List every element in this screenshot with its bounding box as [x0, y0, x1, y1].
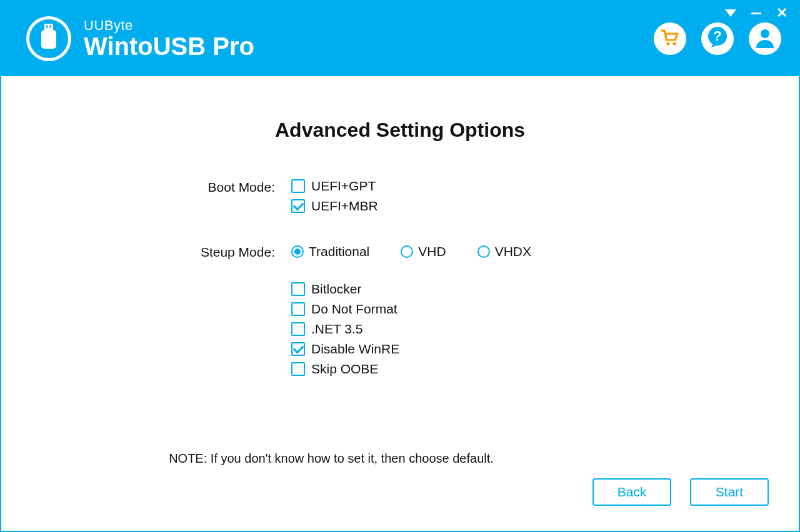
radio-setup-vhdx[interactable]: VHDX [478, 244, 531, 259]
checkbox-extra-label: Disable WinRE [311, 342, 399, 356]
checkbox-extra-disable_winre[interactable]: Disable WinRE [291, 342, 638, 356]
checkbox-icon [291, 302, 305, 316]
checkbox-extra-label: Do Not Format [311, 302, 398, 316]
radio-icon [478, 245, 490, 258]
cart-icon [661, 29, 679, 49]
field-extra-options: BitlockerDo Not Format.NET 3.5Disable Wi… [291, 282, 638, 376]
checkbox-extra-label: Skip OOBE [311, 362, 378, 376]
svg-point-4 [666, 42, 669, 45]
radio-setup-traditional[interactable]: Traditional [291, 244, 369, 259]
checkbox-icon [291, 179, 305, 193]
row-boot-mode: Boot Mode: UEFI+GPTUEFI+MBR [162, 179, 638, 213]
radio-setup-label: Traditional [309, 244, 369, 259]
account-button[interactable] [749, 22, 781, 55]
radio-setup-vhd[interactable]: VHD [401, 244, 446, 259]
note-text: NOTE: If you don't know how to set it, t… [2, 451, 798, 466]
checkbox-extra-label: .NET 3.5 [311, 322, 362, 336]
usb-icon [38, 24, 59, 54]
checkbox-icon [291, 322, 305, 336]
checkbox-extra-bitlocker[interactable]: Bitlocker [291, 282, 638, 296]
checkbox-extra-label: Bitlocker [311, 282, 362, 296]
content: Advanced Setting Options Boot Mode: UEFI… [2, 76, 798, 530]
user-icon [754, 27, 776, 51]
svg-point-8 [761, 29, 769, 38]
checkbox-boot-uefi_gpt[interactable]: UEFI+GPT [291, 179, 638, 193]
window-controls: ✕ [725, 6, 788, 20]
help-icon: ? [705, 25, 730, 52]
checkbox-icon [291, 342, 305, 356]
brand-product: WintoUSB Pro [84, 33, 254, 59]
back-button[interactable]: Back [592, 478, 671, 506]
row-setup-mode: Steup Mode: TraditionalVHDVHDX [162, 244, 638, 260]
checkbox-icon [291, 282, 305, 296]
svg-rect-2 [50, 26, 52, 28]
svg-point-5 [672, 42, 676, 45]
titlebar: ✕ UUByte WintoUSB Pro [1, 1, 799, 76]
checkbox-icon [291, 362, 305, 376]
brand-company: UUByte [84, 18, 254, 32]
setup-mode-options: TraditionalVHDVHDX [291, 244, 638, 259]
checkbox-boot-label: UEFI+MBR [311, 199, 378, 213]
radio-setup-label: VHD [418, 244, 446, 259]
checkbox-extra-net35[interactable]: .NET 3.5 [291, 322, 638, 336]
close-button[interactable]: ✕ [776, 6, 788, 20]
minimize-button[interactable] [751, 12, 761, 14]
cart-button[interactable] [654, 22, 686, 55]
start-button[interactable]: Start [690, 478, 769, 506]
svg-rect-3 [41, 30, 56, 49]
app-logo [26, 16, 71, 61]
radio-icon [291, 245, 304, 258]
svg-text:?: ? [713, 28, 721, 44]
help-button[interactable]: ? [701, 22, 734, 55]
label-boot-mode: Boot Mode: [162, 179, 275, 195]
header-actions: ? [654, 22, 781, 55]
settings-form: Boot Mode: UEFI+GPTUEFI+MBR Steup Mode: … [162, 179, 638, 376]
brand-text: UUByte WintoUSB Pro [84, 18, 254, 59]
field-setup-mode: TraditionalVHDVHDX [291, 244, 638, 259]
row-extra-options: BitlockerDo Not Format.NET 3.5Disable Wi… [162, 282, 638, 376]
radio-icon [401, 245, 413, 258]
dropdown-arrow-icon[interactable] [725, 9, 736, 17]
checkbox-extra-skip_oobe[interactable]: Skip OOBE [291, 362, 638, 376]
svg-rect-0 [44, 24, 53, 30]
checkbox-icon [291, 199, 305, 213]
checkbox-boot-uefi_mbr[interactable]: UEFI+MBR [291, 199, 638, 213]
page-title: Advanced Setting Options [2, 119, 798, 142]
svg-rect-1 [46, 26, 48, 28]
checkbox-boot-label: UEFI+GPT [311, 179, 376, 193]
footer-buttons: Back Start [592, 478, 769, 506]
field-boot-mode: UEFI+GPTUEFI+MBR [291, 179, 638, 213]
radio-setup-label: VHDX [495, 244, 531, 259]
checkbox-extra-no_format[interactable]: Do Not Format [291, 302, 638, 316]
label-setup-mode: Steup Mode: [162, 244, 275, 260]
